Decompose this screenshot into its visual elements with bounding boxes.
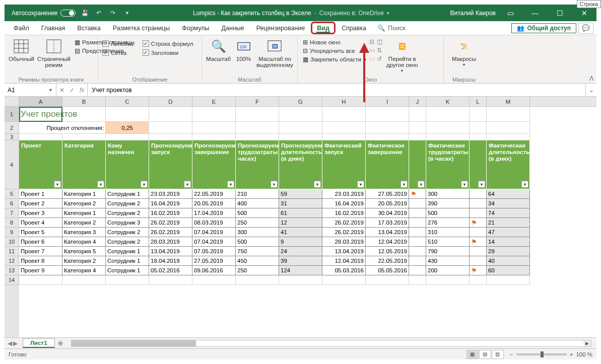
cell[interactable]: 34: [487, 199, 530, 208]
cell[interactable]: 23.03.2019: [149, 189, 192, 199]
cell[interactable]: 400: [236, 199, 279, 208]
col-header[interactable]: A: [19, 97, 62, 106]
cell[interactable]: 61: [279, 208, 322, 218]
switch-windows-button[interactable]: 🔀 Перейти в другое окно▾: [384, 37, 420, 74]
formula-bar-checkbox[interactable]: Строка формул: [143, 39, 193, 48]
cell[interactable]: 41: [279, 228, 322, 237]
comments-button[interactable]: 💬: [578, 23, 593, 34]
filter-icon[interactable]: ▾: [54, 181, 61, 188]
cell[interactable]: 430: [426, 256, 470, 266]
col-header[interactable]: D: [149, 97, 192, 106]
cell[interactable]: ⚑: [470, 218, 487, 228]
cell[interactable]: 26.02.2019: [322, 228, 366, 237]
cell[interactable]: 16.04.2019: [149, 199, 192, 208]
cell[interactable]: ⚑: [409, 189, 426, 199]
cell[interactable]: Категория 5: [62, 247, 106, 256]
cell[interactable]: 12.05.2019: [366, 247, 409, 256]
row-header[interactable]: 8: [5, 218, 19, 228]
cell[interactable]: 500: [236, 237, 279, 247]
view-side-icon[interactable]: ◫: [377, 38, 382, 45]
cell[interactable]: 13.04.2019: [322, 247, 366, 256]
cell[interactable]: 39: [279, 256, 322, 266]
row-header[interactable]: 13: [5, 266, 19, 275]
cell[interactable]: Категория 1: [62, 208, 106, 218]
cell[interactable]: 47: [487, 228, 530, 237]
cell[interactable]: 17.03.2019: [366, 218, 409, 228]
cell[interactable]: [470, 199, 487, 208]
ribbon-display-icon[interactable]: ▭: [500, 5, 520, 21]
filter-icon[interactable]: ▾: [141, 181, 148, 188]
zoom-button[interactable]: 🔍 Масштаб: [206, 37, 231, 62]
cell[interactable]: Категория 2: [62, 218, 106, 228]
cell[interactable]: 27.05.2019: [366, 189, 409, 199]
cell[interactable]: 07.04.2019: [192, 237, 236, 247]
page-break-view-button[interactable]: Страничный режим: [37, 37, 71, 68]
cell[interactable]: Проект 3: [19, 208, 62, 218]
cancel-formula-icon[interactable]: ✕: [59, 87, 64, 94]
cell[interactable]: 12.04.2019: [322, 256, 366, 266]
col-header[interactable]: F: [236, 97, 279, 106]
cell[interactable]: Категория 2: [62, 199, 106, 208]
cell[interactable]: [409, 218, 426, 228]
share-button[interactable]: 👥 Общий доступ: [511, 23, 576, 33]
user-name[interactable]: Виталий Каиров: [450, 10, 496, 17]
new-window-button[interactable]: ⊞Новое окно: [302, 38, 367, 46]
normal-view-icon[interactable]: ▦: [466, 350, 479, 359]
cell[interactable]: Сотрудник 1: [106, 256, 149, 266]
cell[interactable]: Сотрудник 2: [106, 208, 149, 218]
col-header[interactable]: B: [62, 97, 106, 106]
save-icon[interactable]: 💾: [80, 8, 90, 18]
row-header[interactable]: 7: [5, 208, 19, 218]
cell[interactable]: Сотрудник 3: [106, 218, 149, 228]
name-box[interactable]: A1 ▼: [5, 84, 56, 96]
cell[interactable]: 59: [279, 189, 322, 199]
cell[interactable]: Сотрудник 1: [106, 247, 149, 256]
sheet-next-icon[interactable]: ▶: [13, 340, 18, 347]
enter-formula-icon[interactable]: ✓: [70, 87, 75, 94]
cell[interactable]: [409, 256, 426, 266]
headings-checkbox[interactable]: Заголовки: [143, 48, 193, 57]
tab-page-layout[interactable]: Разметка страницы: [107, 21, 176, 35]
unhide-icon[interactable]: ▭: [369, 55, 375, 62]
cell[interactable]: 05.02.2016: [149, 266, 192, 275]
cell[interactable]: 31: [279, 199, 322, 208]
row-header[interactable]: 3: [5, 134, 19, 140]
filter-icon[interactable]: ▾: [461, 181, 468, 188]
cell[interactable]: 450: [236, 256, 279, 266]
ruler-checkbox[interactable]: Линейка: [102, 39, 133, 48]
search-box[interactable]: 🔍 Поиск: [372, 24, 411, 32]
reset-pos-icon[interactable]: ↺: [377, 55, 382, 62]
cell[interactable]: 22.05.2019: [192, 189, 236, 199]
filter-icon[interactable]: ▾: [314, 181, 321, 188]
zoom-value[interactable]: 100 %: [576, 351, 592, 357]
cell[interactable]: 30.04.2019: [366, 208, 409, 218]
cell[interactable]: 500: [236, 208, 279, 218]
cell[interactable]: 300: [236, 228, 279, 237]
filter-icon[interactable]: ▾: [400, 181, 408, 188]
filter-icon[interactable]: ▾: [97, 181, 104, 188]
col-header[interactable]: J: [409, 97, 426, 106]
cell[interactable]: 300: [426, 189, 470, 199]
zoom-in-icon[interactable]: +: [570, 351, 573, 357]
cell[interactable]: 12.04.2019: [366, 237, 409, 247]
zoom-100-button[interactable]: 100 100%: [234, 37, 253, 62]
fx-icon[interactable]: fx: [80, 87, 84, 94]
cell[interactable]: [470, 228, 487, 237]
cell[interactable]: 07.04.2019: [192, 228, 236, 237]
select-all-corner[interactable]: [5, 97, 19, 106]
freeze-panes-button[interactable]: ▦Закрепить области▾: [302, 55, 367, 63]
filter-icon[interactable]: ▾: [227, 181, 234, 188]
split-icon[interactable]: ⊟: [369, 38, 375, 45]
cell[interactable]: 27.05.2019: [192, 256, 236, 266]
cell[interactable]: 05.05.2016: [366, 266, 409, 275]
cell[interactable]: Категория 4: [62, 266, 106, 275]
cell[interactable]: 18.04.2019: [149, 256, 192, 266]
row-header[interactable]: 6: [5, 199, 19, 208]
filter-icon[interactable]: ▾: [478, 181, 485, 188]
tab-review[interactable]: Рецензирование: [250, 21, 311, 35]
cell[interactable]: Проект 1: [19, 189, 62, 199]
filter-icon[interactable]: ▾: [271, 181, 278, 188]
zoom-selection-button[interactable]: Масштаб по выделенному: [256, 37, 293, 68]
cell[interactable]: Сотрудник 1: [106, 266, 149, 275]
cell[interactable]: [409, 208, 426, 218]
